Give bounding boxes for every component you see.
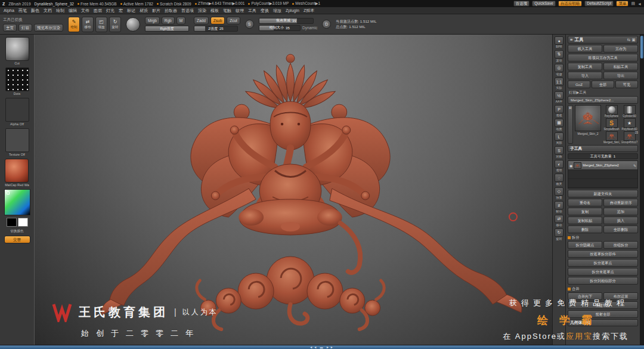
- mrgb-button[interactable]: Mrgb: [145, 17, 160, 24]
- perspective-button[interactable]: P透视: [555, 105, 564, 118]
- menu-item[interactable]: 文件: [81, 8, 89, 14]
- subtool-visible-count-slider[interactable]: 工具可见数量1: [568, 153, 638, 159]
- copy-paste-button[interactable]: 复制粘贴: [568, 217, 602, 224]
- current-material-selector[interactable]: MatCap Red Wa: [5, 159, 29, 187]
- menu-item[interactable]: 首选项: [181, 8, 194, 14]
- rotate-button[interactable]: ↻ 旋转: [109, 17, 121, 32]
- zcut-button[interactable]: Zcut: [227, 17, 240, 24]
- menu-item[interactable]: Z脚本: [304, 8, 314, 14]
- horizontal-scrollbar[interactable]: ◄◄ ▬ ►►: [0, 345, 644, 349]
- ganesha-sculpture[interactable]: [35, 35, 552, 345]
- delete-all-button[interactable]: 全部删除: [603, 226, 638, 233]
- tool-item-group[interactable]: 15 Group456117...: [621, 131, 638, 144]
- home-page-button[interactable]: 主页: [3, 24, 17, 32]
- switch-color-label[interactable]: 切换颜色: [11, 229, 24, 233]
- sculpt-canvas[interactable]: 王氏教育集团 | 以人为本 始创于二零零二年: [35, 35, 552, 345]
- default-zscript-button[interactable]: DefaultZScript: [584, 1, 614, 7]
- secondary-color-swatch[interactable]: [18, 218, 28, 227]
- current-texture-selector[interactable]: Texture Off: [5, 128, 29, 156]
- current-brush-selector[interactable]: Cut: [5, 37, 29, 65]
- goz-all-button[interactable]: 全部: [592, 81, 614, 88]
- menu-item[interactable]: 编辑: [69, 8, 77, 14]
- zsub-button[interactable]: Zsub: [210, 17, 225, 24]
- current-stroke-selector[interactable]: Dots: [5, 67, 29, 95]
- alpha-thumbnail[interactable]: [5, 98, 29, 122]
- tool-item-cylinder3d[interactable]: Cylinder3D: [621, 105, 638, 118]
- draw-size-slider[interactable]: 绘制大小35: [259, 25, 301, 31]
- ghost-button[interactable]: ◌幽灵: [555, 174, 564, 186]
- merge-section-label[interactable]: 合并: [568, 286, 638, 292]
- move-button[interactable]: ⇄ 移动: [82, 17, 94, 32]
- collapse-left-icon[interactable]: ◄: [637, 2, 642, 6]
- solo-button[interactable]: ◇独显: [555, 187, 564, 200]
- load-tool-button[interactable]: 载入工具: [568, 45, 602, 52]
- export-button[interactable]: 导出: [603, 72, 638, 79]
- frame-button[interactable]: #帧动: [555, 201, 564, 214]
- split-masked-parts-button[interactable]: 按遮罩拆分部件: [568, 250, 638, 258]
- auto-reorder-button[interactable]: 自动重新排序: [603, 199, 638, 206]
- menu-item[interactable]: 绘制: [56, 8, 64, 14]
- texture-thumbnail[interactable]: [5, 128, 29, 152]
- scale-button[interactable]: ◰ 缩放: [95, 17, 107, 32]
- current-material-sphere[interactable]: [126, 17, 140, 32]
- duplicate-button[interactable]: 复制: [568, 208, 602, 215]
- menu-item[interactable]: Zplugin: [286, 8, 299, 13]
- current-tool-name[interactable]: Merged_Skin_ZSphere2...: [568, 96, 638, 104]
- rename-button[interactable]: 重命名: [568, 199, 602, 206]
- split-similar-parts-button[interactable]: 拆分到相似部分: [568, 277, 638, 285]
- visibility-eye-icon[interactable]: ◉: [569, 163, 572, 168]
- tool-item-merged-skin[interactable]: Merged_Skin_1: [603, 131, 620, 144]
- menu-item[interactable]: 颜色: [31, 8, 39, 14]
- menu-item[interactable]: 图层: [94, 8, 102, 14]
- tool-item-polysphere[interactable]: PolySphere: [603, 105, 620, 118]
- menu-item[interactable]: 画笔: [18, 8, 27, 14]
- actual-size-button[interactable]: 1:1实际: [555, 78, 564, 90]
- rgb-intensity-slider[interactable]: Rgb强度: [145, 26, 189, 32]
- menu-item[interactable]: Alpha: [4, 8, 14, 13]
- lightbox-button[interactable]: 灯箱: [18, 24, 32, 32]
- menu-item[interactable]: 标记: [127, 8, 135, 14]
- subtool-list[interactable]: ◉ Merged_Skin_ZSphere2 ✎: [568, 160, 638, 189]
- menu-item[interactable]: 变换: [261, 8, 269, 14]
- vertical-scroll-thumb[interactable]: [640, 36, 643, 58]
- palette-menu-icon[interactable]: ≡: [570, 37, 572, 42]
- dynamic-subdiv-button[interactable]: D: [322, 20, 331, 29]
- edit-draw-button[interactable]: ✎ 绘制: [68, 17, 80, 32]
- canvas-rotate-button[interactable]: ↻旋转: [555, 228, 564, 241]
- new-folder-button[interactable]: 新建文件夹: [568, 190, 638, 197]
- local-transform-button[interactable]: L局部: [555, 132, 564, 145]
- material-thumbnail[interactable]: [5, 159, 29, 183]
- groups-split-button[interactable]: 按组拆分: [603, 241, 638, 249]
- adaptive-shade-button[interactable]: 自适应明暗: [558, 1, 583, 7]
- copy-tool-button[interactable]: 复制工具: [568, 63, 602, 70]
- menu-item[interactable]: 拾取器: [165, 8, 177, 14]
- quicksave-button[interactable]: QuickSave: [532, 1, 555, 7]
- paste-tool-button[interactable]: 粘贴工具: [603, 63, 638, 70]
- menu-item[interactable]: 模板: [210, 8, 219, 14]
- split-hidden-button[interactable]: 拆分隐藏点: [568, 241, 602, 249]
- active-tool-thumbnail[interactable]: Merged_Skin_2: [574, 105, 602, 144]
- goz-visible-button[interactable]: 可见: [615, 81, 638, 88]
- split-section-label[interactable]: 拆分: [568, 234, 638, 240]
- menu-item[interactable]: 渲染: [198, 8, 206, 14]
- save-project-as-tool-button[interactable]: 将项目另存为工具: [568, 54, 638, 61]
- rgb-button[interactable]: Rgb: [162, 17, 175, 24]
- menu-item[interactable]: 灯光: [106, 8, 114, 14]
- split-masked-points-button[interactable]: 拆分遮罩点: [568, 259, 638, 267]
- tool-item-polymesh3d[interactable]: ★ PolyMesh3D: [621, 118, 638, 131]
- subtool-paint-icon[interactable]: ✎: [633, 163, 636, 168]
- menu-item[interactable]: 工具: [248, 8, 256, 14]
- menu-item[interactable]: 纹理: [236, 8, 244, 14]
- menu-item[interactable]: 影片: [152, 8, 160, 14]
- z-intensity-slider[interactable]: Z强度25: [194, 26, 238, 32]
- split-unmasked-points-button[interactable]: 拆分未遮罩点: [568, 268, 638, 276]
- import-button[interactable]: 导入: [568, 72, 602, 79]
- menu-toggle-button[interactable]: 菜单: [616, 1, 628, 7]
- alt-color-button[interactable]: 交替: [4, 236, 30, 243]
- m-button[interactable]: M: [177, 17, 185, 24]
- dynamic-mode-label[interactable]: Dynamic: [302, 26, 317, 30]
- window-grid-icon[interactable]: ▤: [631, 1, 635, 6]
- live-boolean-preview-button[interactable]: 预览布尔渲染: [34, 24, 63, 32]
- transparency-button[interactable]: ◐透明: [555, 160, 564, 172]
- menu-item[interactable]: 缩放: [273, 8, 281, 14]
